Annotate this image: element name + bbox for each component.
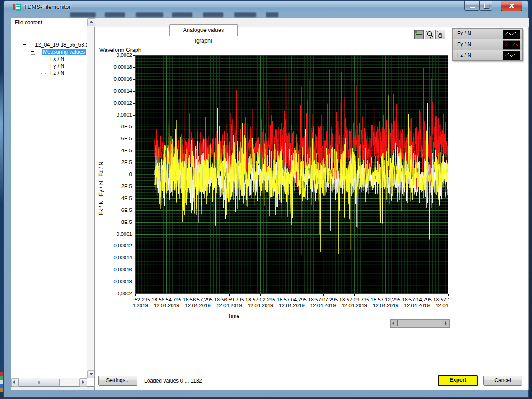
sidebar-horizontal-scrollbar[interactable] bbox=[11, 378, 87, 386]
tree-item-label: Fy / N bbox=[49, 63, 65, 69]
tree-connector bbox=[41, 59, 48, 59]
tree-expander-icon[interactable] bbox=[31, 50, 35, 55]
cancel-button[interactable]: Cancel bbox=[483, 376, 522, 386]
tree-item-12-04-19-18-56-53-tdms[interactable]: 12_04_19-18_56_53.tdms bbox=[11, 41, 87, 48]
arrow-up-icon bbox=[90, 21, 93, 23]
tree-item-label: Fx / N bbox=[49, 56, 65, 62]
tree-item-label: 12_04_19-18_56_53.tdms bbox=[34, 42, 87, 48]
client-area: File content 12_04_19-18_56_53.tdmsMeasu… bbox=[11, 18, 529, 390]
export-button-label: Export bbox=[450, 377, 466, 383]
close-button[interactable] bbox=[501, 1, 522, 11]
minimize-icon bbox=[470, 7, 475, 8]
maximize-icon bbox=[484, 4, 489, 8]
thumb-grip-icon bbox=[37, 381, 41, 384]
tree-item-label: Fz / N bbox=[49, 70, 65, 76]
export-button[interactable]: Export bbox=[438, 375, 478, 386]
tree-item-label: Measuring values bbox=[42, 49, 86, 55]
tree-connector bbox=[41, 73, 48, 74]
settings-button-label: Settings... bbox=[106, 377, 129, 383]
tree-item-measuring-values[interactable]: Measuring values bbox=[11, 48, 87, 55]
scrollbar-thumb[interactable] bbox=[18, 379, 60, 386]
tree-connector bbox=[25, 34, 25, 41]
maximize-button[interactable] bbox=[479, 1, 492, 11]
scroll-up-button[interactable] bbox=[87, 18, 95, 26]
app-window: TDMS-Filemonitor File content 12_04_19-1… bbox=[4, 1, 528, 397]
tab-analogue-values-graph-[interactable]: Analogue values (graph) bbox=[169, 24, 238, 36]
title-bar[interactable]: TDMS-Filemonitor bbox=[4, 1, 528, 13]
tree-item-fy-n[interactable]: Fy / N bbox=[11, 63, 87, 70]
screen: TDMS-Filemonitor File content 12_04_19-1… bbox=[0, 0, 532, 399]
window-title: TDMS-Filemonitor bbox=[24, 4, 70, 10]
tree-item-fz-n[interactable]: Fz / N bbox=[11, 70, 87, 77]
tree-item-fx-n[interactable]: Fx / N bbox=[11, 55, 87, 63]
close-icon bbox=[509, 3, 514, 8]
settings-button[interactable]: Settings... bbox=[98, 376, 137, 386]
minimize-button[interactable] bbox=[464, 1, 480, 11]
file-tree: 12_04_19-18_56_53.tdmsMeasuring valuesFx… bbox=[11, 24, 87, 378]
tree-connector bbox=[41, 66, 48, 66]
sidebar-vertical-scrollbar[interactable] bbox=[87, 18, 95, 378]
arrow-left-icon bbox=[13, 380, 15, 384]
cancel-button-label: Cancel bbox=[494, 377, 511, 383]
app-icon bbox=[13, 4, 21, 11]
arrow-right-icon bbox=[82, 380, 84, 384]
file-content-panel: File content 12_04_19-18_56_53.tdmsMeasu… bbox=[11, 18, 95, 387]
tree-expander-icon[interactable] bbox=[23, 43, 27, 47]
arrow-down-icon bbox=[90, 373, 93, 375]
scroll-right-button[interactable] bbox=[79, 378, 87, 387]
tab-content-panel bbox=[94, 27, 529, 390]
